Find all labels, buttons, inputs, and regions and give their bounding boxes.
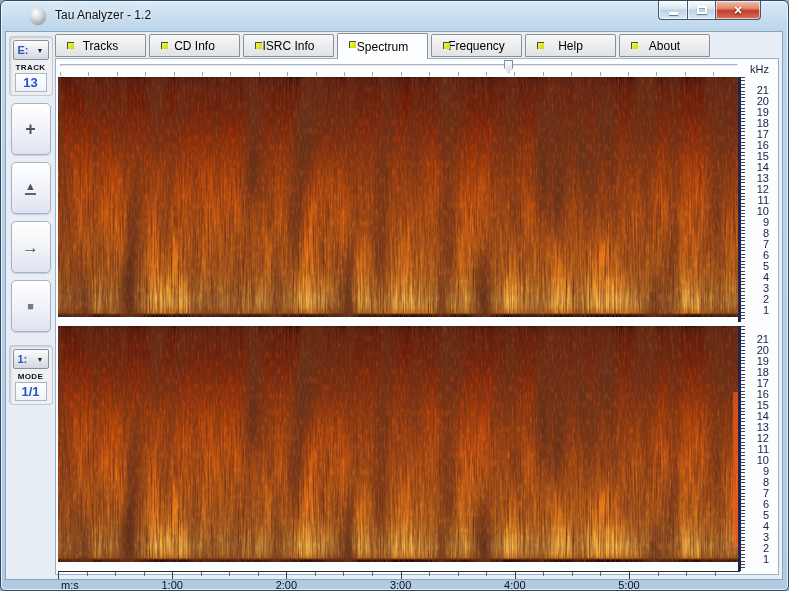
tab-label: Help — [558, 39, 583, 53]
plus-button[interactable]: + — [11, 103, 51, 155]
minimize-button[interactable] — [658, 1, 687, 20]
spectrogram-channel-2 — [58, 326, 738, 562]
minimize-icon — [669, 12, 678, 15]
time-axis-unit: m:s — [61, 579, 79, 591]
mode-label: MODE — [18, 372, 44, 381]
tab-frequency[interactable]: Frequency — [431, 34, 522, 57]
zoom-slider — [58, 59, 740, 77]
chevron-down-icon: ▼ — [37, 356, 44, 363]
slider-tick-marks — [60, 72, 738, 76]
eject-icon: ▲ — [25, 181, 36, 195]
app-icon — [30, 8, 46, 24]
maximize-icon — [697, 6, 707, 14]
tab-isrc-info[interactable]: ISRC Info — [243, 34, 334, 57]
spectrogram-texture — [58, 77, 738, 317]
tab-label: Tracks — [83, 39, 119, 53]
window-controls: × — [658, 1, 761, 20]
maximize-button[interactable] — [687, 1, 716, 20]
next-arrow-icon: → — [22, 239, 39, 256]
titlebar[interactable]: Tau Analyzer - 1.2 × — [1, 1, 788, 31]
drive-selector-value: E: — [18, 44, 29, 56]
mode-value: 1/1 — [15, 382, 47, 401]
spectrogram-texture — [58, 326, 738, 562]
tab-indicator-icon — [443, 42, 450, 49]
freq-labels: 212019181716151413121110987654321 — [745, 77, 778, 322]
stop-icon: ■ — [27, 301, 34, 312]
freq-axis-channel-2: 212019181716151413121110987654321 — [738, 326, 778, 571]
tab-about[interactable]: About — [619, 34, 710, 57]
freq-axis-unit: kHz — [750, 63, 769, 75]
next-button[interactable]: → — [11, 221, 51, 273]
tab-indicator-icon — [537, 42, 544, 49]
eject-button[interactable]: ▲ — [11, 162, 51, 214]
drive-selector[interactable]: E: ▼ — [13, 40, 49, 60]
spectrogram-row-right-channel: 212019181716151413121110987654321 — [58, 326, 778, 571]
tab-label: Frequency — [448, 39, 505, 53]
spectrum-panel: kHz 212019181716151413121110 — [55, 58, 779, 575]
tab-label: ISRC Info — [262, 39, 314, 53]
time-tick-label: 3:00 — [390, 579, 411, 591]
close-icon: × — [734, 3, 742, 17]
tab-label: About — [649, 39, 680, 53]
tab-tracks[interactable]: Tracks — [55, 34, 146, 57]
track-value: 13 — [15, 73, 47, 92]
client-area: E: ▼ TRACK 13 + ▲ → ■ 1: ▼ — [5, 31, 783, 580]
tab-help[interactable]: Help — [525, 34, 616, 57]
plus-icon: + — [25, 120, 36, 138]
slider-track[interactable] — [60, 64, 738, 67]
spectrogram-end-strip — [733, 392, 738, 548]
tab-indicator-icon — [255, 42, 262, 49]
time-tick-label: 4:00 — [504, 579, 525, 591]
mode-panel: 1: ▼ MODE 1/1 — [9, 345, 53, 405]
track-label: TRACK — [16, 63, 46, 72]
main-area: Tracks CD Info ISRC Info Spectrum Freque… — [55, 32, 782, 579]
app-window: Tau Analyzer - 1.2 × E: ▼ TRACK 13 — [0, 0, 789, 591]
tab-indicator-icon — [349, 41, 356, 48]
freq-tick-marks — [738, 77, 745, 322]
freq-tick-label: 1 — [745, 554, 769, 565]
tab-bar: Tracks CD Info ISRC Info Spectrum Freque… — [55, 34, 710, 59]
tab-label: Spectrum — [357, 40, 408, 54]
freq-tick-marks — [738, 326, 745, 571]
tab-indicator-icon — [161, 42, 168, 49]
freq-axis-channel-1: 212019181716151413121110987654321 — [738, 77, 778, 322]
tab-cd-info[interactable]: CD Info — [149, 34, 240, 57]
mode-selector-value: 1: — [18, 353, 28, 365]
mode-selector[interactable]: 1: ▼ — [13, 349, 49, 369]
time-axis: m:s 1:002:003:004:005:00 — [58, 571, 740, 591]
chevron-down-icon: ▼ — [37, 47, 44, 54]
freq-labels: 212019181716151413121110987654321 — [745, 326, 778, 571]
spectrogram-row-left-channel: 212019181716151413121110987654321 — [58, 77, 778, 322]
time-tick-label: 5:00 — [618, 579, 639, 591]
freq-tick-label: 1 — [745, 305, 769, 316]
spectrogram-channel-1 — [58, 77, 738, 317]
window-title: Tau Analyzer - 1.2 — [55, 8, 151, 22]
tab-spectrum[interactable]: Spectrum — [337, 33, 428, 59]
stop-button[interactable]: ■ — [11, 280, 51, 332]
tab-indicator-icon — [631, 42, 638, 49]
sidebar: E: ▼ TRACK 13 + ▲ → ■ 1: ▼ — [6, 32, 55, 579]
time-tick-label: 1:00 — [161, 579, 182, 591]
tab-indicator-icon — [67, 42, 74, 49]
tab-label: CD Info — [174, 39, 215, 53]
close-button[interactable]: × — [716, 1, 761, 20]
drive-track-panel: E: ▼ TRACK 13 — [9, 36, 53, 96]
time-tick-label: 2:00 — [276, 579, 297, 591]
